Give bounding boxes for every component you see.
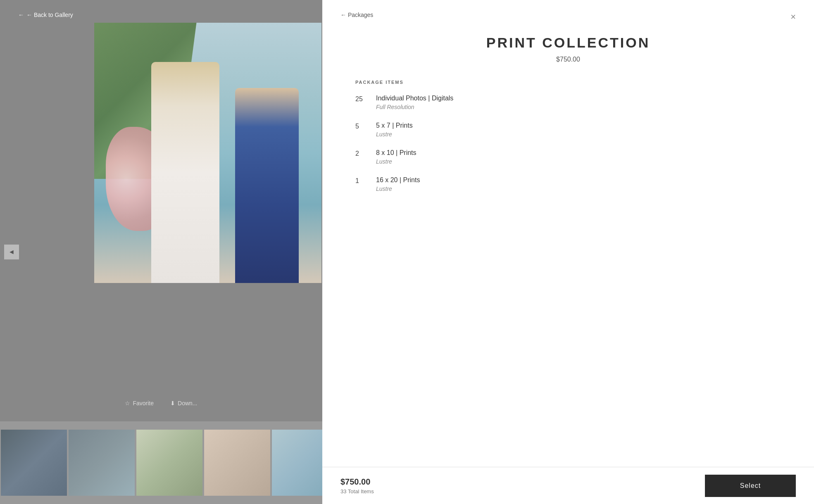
select-label: Select: [740, 482, 761, 489]
action-bar: ☆ Favorite ⬇ Down...: [0, 393, 322, 413]
panel-header: ← Packages ×: [322, 0, 814, 18]
thumbnail-2[interactable]: [69, 430, 135, 496]
main-image: [94, 23, 321, 283]
back-packages-label: ← Packages: [340, 12, 373, 18]
package-footer: $750.00 33 Total Items Select: [322, 467, 814, 504]
download-label: Down...: [178, 400, 197, 407]
close-icon: ×: [790, 12, 796, 22]
item-sub-2: Lustre: [376, 131, 413, 138]
prev-icon: ◄: [8, 248, 15, 256]
back-packages-link[interactable]: ← Packages: [340, 12, 373, 18]
package-content: PRINT COLLECTION $750.00 PACKAGE ITEMS 2…: [322, 18, 814, 467]
package-item-1: 25 Individual Photos | Digitals Full Res…: [355, 95, 781, 110]
package-item-3: 2 8 x 10 | Prints Lustre: [355, 149, 781, 165]
package-item-2: 5 5 x 7 | Prints Lustre: [355, 122, 781, 138]
download-button[interactable]: ⬇ Down...: [170, 400, 197, 407]
footer-total-items: 33 Total Items: [340, 488, 374, 494]
item-qty-1: 25: [355, 95, 368, 103]
thumbnail-1[interactable]: [1, 430, 67, 496]
item-name-1: Individual Photos | Digitals: [376, 95, 453, 102]
favorite-icon: ☆: [125, 400, 130, 407]
thumbnail-5[interactable]: [272, 430, 322, 496]
close-button[interactable]: ×: [790, 12, 796, 22]
item-sub-1: Full Resolution: [376, 104, 453, 110]
bride-figure: [151, 62, 219, 283]
thumbnail-3[interactable]: [136, 430, 202, 496]
back-to-gallery-link[interactable]: ← ← Back to Gallery: [18, 12, 73, 18]
footer-info: $750.00 33 Total Items: [340, 477, 374, 494]
item-name-4: 16 x 20 | Prints: [376, 176, 420, 184]
item-details-3: 8 x 10 | Prints Lustre: [376, 149, 417, 165]
item-qty-3: 2: [355, 149, 368, 157]
item-details-1: Individual Photos | Digitals Full Resolu…: [376, 95, 453, 110]
select-button[interactable]: Select: [705, 475, 796, 497]
photo-scene: [94, 23, 321, 283]
favorite-button[interactable]: ☆ Favorite: [125, 400, 154, 407]
item-details-4: 16 x 20 | Prints Lustre: [376, 176, 420, 192]
package-title: PRINT COLLECTION: [355, 35, 781, 51]
thumbnail-4[interactable]: [204, 430, 270, 496]
package-items-list: 25 Individual Photos | Digitals Full Res…: [355, 95, 781, 192]
item-sub-4: Lustre: [376, 185, 420, 192]
back-to-gallery-label: ← Back to Gallery: [26, 12, 73, 18]
item-name-2: 5 x 7 | Prints: [376, 122, 413, 129]
item-qty-2: 5: [355, 122, 368, 130]
thumbnails-strip: [0, 421, 322, 504]
officiant-figure: [235, 88, 299, 283]
gallery-panel: ← ← Back to Gallery ◄ ☆ Favorite ⬇ Down.…: [0, 0, 322, 504]
item-sub-3: Lustre: [376, 158, 417, 165]
prev-button[interactable]: ◄: [4, 245, 19, 259]
package-price: $750.00: [355, 56, 781, 63]
favorite-label: Favorite: [133, 400, 154, 407]
download-icon: ⬇: [170, 400, 175, 407]
item-details-2: 5 x 7 | Prints Lustre: [376, 122, 413, 138]
package-item-4: 1 16 x 20 | Prints Lustre: [355, 176, 781, 192]
footer-price: $750.00: [340, 477, 374, 487]
back-arrow-icon: ←: [18, 12, 24, 18]
package-panel: ← Packages × PRINT COLLECTION $750.00 PA…: [322, 0, 814, 504]
item-name-3: 8 x 10 | Prints: [376, 149, 417, 157]
item-qty-4: 1: [355, 176, 368, 185]
package-items-label: PACKAGE ITEMS: [355, 80, 781, 85]
